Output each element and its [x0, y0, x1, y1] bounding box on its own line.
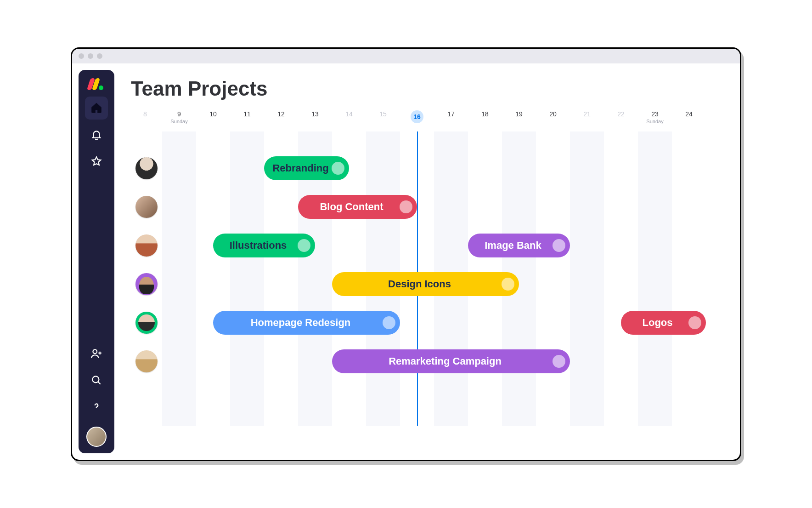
- date-number: 19: [502, 110, 536, 118]
- current-user-avatar[interactable]: [86, 427, 107, 447]
- date-24[interactable]: 24: [672, 108, 706, 131]
- timeline-row: [128, 154, 729, 182]
- date-number: 20: [536, 110, 570, 118]
- date-20[interactable]: 20: [536, 108, 570, 131]
- task-handle-icon[interactable]: [298, 239, 310, 252]
- date-number: 24: [672, 110, 706, 118]
- task-bar[interactable]: Design Icons: [332, 272, 519, 296]
- task-handle-icon[interactable]: [332, 162, 344, 175]
- date-14[interactable]: 14: [332, 108, 366, 131]
- task-handle-icon[interactable]: [553, 239, 565, 252]
- date-number: 23: [638, 110, 672, 118]
- row-avatar[interactable]: [135, 273, 158, 295]
- date-16[interactable]: 16: [400, 108, 434, 131]
- task-label: Image Bank: [485, 240, 541, 251]
- sidebar: [79, 70, 114, 453]
- task-label: Rebranding: [272, 162, 328, 174]
- date-18[interactable]: 18: [468, 108, 502, 131]
- row-avatar[interactable]: [135, 196, 158, 218]
- date-number: 22: [604, 110, 638, 118]
- date-number: 17: [434, 110, 468, 118]
- bell-icon: [90, 129, 102, 141]
- row-avatar[interactable]: [135, 312, 158, 334]
- task-handle-icon[interactable]: [688, 316, 701, 329]
- task-bar[interactable]: Homepage Redesign: [213, 311, 400, 335]
- task-bar[interactable]: Rebranding: [264, 156, 349, 180]
- date-number: 21: [570, 110, 604, 118]
- app-window: Team Projects 89Sunday101112131415161718…: [71, 47, 741, 461]
- date-number: 11: [230, 110, 264, 118]
- timeline-row: [128, 193, 729, 221]
- date-23[interactable]: 23Sunday: [638, 108, 672, 131]
- page-title: Team Projects: [131, 77, 729, 100]
- timeline-header: 89Sunday1011121314151617181920212223Sund…: [128, 108, 729, 131]
- task-label: Remarketing Campaign: [389, 355, 502, 367]
- date-13[interactable]: 13: [298, 108, 332, 131]
- date-number: 18: [468, 110, 502, 118]
- task-bar[interactable]: Illustrations: [213, 234, 315, 257]
- task-bar[interactable]: Logos: [621, 311, 706, 335]
- timeline: 89Sunday1011121314151617181920212223Sund…: [128, 108, 729, 460]
- task-bar[interactable]: Blog Content: [298, 195, 417, 219]
- date-number: 12: [264, 110, 298, 118]
- date-number: 15: [366, 110, 400, 118]
- traffic-max-icon[interactable]: [97, 53, 102, 59]
- date-19[interactable]: 19: [502, 108, 536, 131]
- task-label: Design Icons: [388, 278, 451, 290]
- task-handle-icon[interactable]: [502, 278, 514, 291]
- nav-notifications[interactable]: [85, 123, 108, 146]
- main-content: Team Projects 89Sunday101112131415161718…: [114, 63, 740, 460]
- task-label: Logos: [643, 317, 673, 329]
- row-avatar[interactable]: [135, 157, 158, 179]
- date-21[interactable]: 21: [570, 108, 604, 131]
- task-label: Blog Content: [320, 201, 383, 213]
- app-body: Team Projects 89Sunday101112131415161718…: [72, 63, 740, 460]
- window-titlebar: [72, 49, 740, 63]
- date-12[interactable]: 12: [264, 108, 298, 131]
- task-bar[interactable]: Image Bank: [468, 234, 570, 257]
- home-icon: [90, 102, 102, 114]
- date-dayname: Sunday: [162, 119, 196, 124]
- date-8[interactable]: 8: [128, 108, 162, 131]
- traffic-min-icon[interactable]: [88, 53, 93, 59]
- date-number: 14: [332, 110, 366, 118]
- date-dayname: Sunday: [638, 119, 672, 124]
- timeline-rows: RebrandingBlog ContentIllustrationsImage…: [128, 131, 729, 426]
- date-11[interactable]: 11: [230, 108, 264, 131]
- nav-search[interactable]: [85, 369, 108, 392]
- svg-point-1: [92, 376, 99, 382]
- task-handle-icon[interactable]: [553, 355, 565, 368]
- nav-invite[interactable]: [85, 342, 108, 365]
- task-label: Illustrations: [230, 240, 287, 251]
- date-17[interactable]: 17: [434, 108, 468, 131]
- user-plus-icon: [90, 348, 102, 360]
- date-number: 8: [128, 110, 162, 118]
- nav-help[interactable]: [85, 395, 108, 418]
- row-avatar[interactable]: [135, 350, 158, 372]
- task-handle-icon[interactable]: [383, 316, 395, 329]
- date-9[interactable]: 9Sunday: [162, 108, 196, 131]
- date-number: 13: [298, 110, 332, 118]
- help-icon: [90, 401, 102, 413]
- svg-point-0: [93, 349, 97, 354]
- task-bar[interactable]: Remarketing Campaign: [332, 349, 570, 373]
- date-15[interactable]: 15: [366, 108, 400, 131]
- date-number: 9: [162, 110, 196, 118]
- search-icon: [90, 374, 102, 386]
- date-10[interactable]: 10: [196, 108, 230, 131]
- nav-home[interactable]: [85, 97, 108, 120]
- timeline-body: RebrandingBlog ContentIllustrationsImage…: [128, 131, 729, 426]
- date-22[interactable]: 22: [604, 108, 638, 131]
- app-logo-icon: [89, 78, 104, 90]
- task-label: Homepage Redesign: [251, 317, 351, 329]
- date-number: 16: [411, 110, 423, 123]
- row-avatar[interactable]: [135, 234, 158, 257]
- date-number: 10: [196, 110, 230, 118]
- star-icon: [90, 155, 102, 167]
- nav-favorites[interactable]: [85, 150, 108, 173]
- task-handle-icon[interactable]: [400, 200, 412, 213]
- traffic-close-icon[interactable]: [79, 53, 84, 59]
